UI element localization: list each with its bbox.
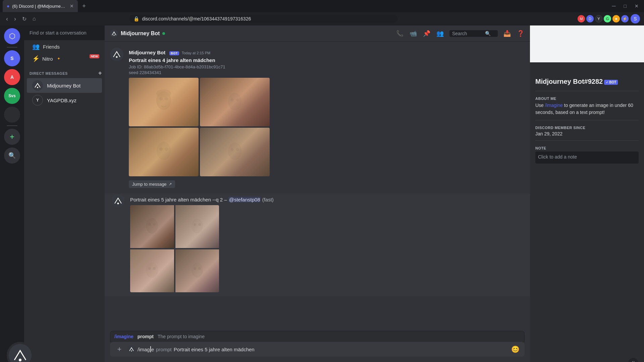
nitro-icon: ⚡ [32, 55, 40, 62]
header-actions: 📞 📹 📌 👥 🔍 📥 ❓ [396, 29, 525, 38]
svg-point-9 [156, 89, 171, 98]
bot-avatar-msg1 [110, 48, 123, 61]
message-group-2: Portrait eines 5 jahre alten mädchen --q… [105, 193, 530, 296]
msg1-content-title: Portrait eines 4 jahre alten mädchen [129, 57, 525, 64]
note-section: NOTE Click to add a note [535, 146, 639, 164]
autocomplete-command: /imagine [114, 334, 133, 339]
imagine-command-link[interactable]: /imagine [545, 103, 563, 108]
msg2-img-4[interactable] [175, 249, 219, 292]
msg1-img-1[interactable] [129, 78, 199, 126]
note-title: NOTE [535, 146, 639, 150]
svg-point-30 [192, 263, 203, 278]
maximize-button[interactable]: □ [621, 2, 629, 10]
msg2-speed: (fast) [262, 197, 274, 202]
home-button[interactable]: ⌂ [31, 15, 38, 22]
command-display: /imag [138, 347, 150, 352]
inbox-icon[interactable]: 📥 [503, 29, 511, 38]
add-server-button[interactable]: + [4, 129, 20, 145]
dm-search-input[interactable] [27, 29, 102, 37]
server-icon-user[interactable]: S [4, 50, 20, 66]
msg1-seed: seed 228434341 [129, 70, 525, 75]
discord-home-button[interactable]: ⬡ [4, 28, 20, 44]
bot-badge-1: BOT [169, 51, 179, 55]
new-tab-button[interactable]: + [79, 1, 89, 11]
emoji-button[interactable]: 😊 [510, 344, 521, 355]
msg1-author: Midjourney Bot [129, 50, 165, 55]
svg-point-1 [37, 87, 38, 88]
svg-point-8 [165, 97, 168, 101]
svg-point-26 [198, 223, 201, 226]
msg2-img-1[interactable] [130, 205, 174, 248]
msg1-img-3[interactable] [129, 128, 199, 176]
friends-label: Friends [43, 44, 60, 50]
dm-item-midjourney[interactable]: Midjourney Bot [27, 78, 102, 93]
header-bot-avatar [110, 29, 118, 38]
new-dm-button[interactable]: + [98, 70, 102, 77]
svg-point-31 [194, 267, 196, 270]
attach-button[interactable]: + [114, 344, 125, 355]
member-since-section: DISCORD MEMBER SINCE Jan 29, 2022 [535, 126, 639, 136]
minimize-button[interactable]: ─ [609, 2, 618, 10]
msg2-command: --q 2 [212, 197, 223, 202]
svg-point-34 [131, 351, 132, 352]
panel-divider-1 [535, 91, 639, 91]
tab-close[interactable]: ✕ [70, 3, 74, 9]
help-icon[interactable]: ❓ [517, 29, 525, 38]
reload-button[interactable]: ↻ [20, 15, 29, 23]
server-icon-img[interactable] [4, 107, 20, 123]
command-suffix: e [151, 347, 154, 352]
server-icon-red[interactable]: A [4, 69, 20, 85]
svg-point-28 [148, 267, 151, 270]
messages-area[interactable]: Midjourney Bot BOT Today at 2:15 PM Port… [105, 42, 530, 328]
svg-point-17 [231, 148, 234, 151]
tab-title: (6) Discord | @Midjourney Bot [12, 4, 66, 9]
right-panel: ⟨⟩ Midjourney Bot#9282 ✓ BOT ABOUT ME Us… [530, 25, 644, 362]
msg1-job-id: Job ID: 88ab3d5b-f701-4bce-8d4a-b2031bc9… [129, 64, 525, 69]
server-icon-svs[interactable]: Svs [4, 88, 20, 104]
note-placeholder: Click to add a note [538, 154, 577, 160]
explore-button[interactable]: 🔍 [4, 147, 20, 164]
search-icon: 🔍 [485, 31, 491, 36]
panel-bot-badge: ✓ BOT [604, 80, 618, 85]
command-cursor [150, 346, 151, 352]
msg1-img-2[interactable] [200, 78, 270, 126]
back-button[interactable]: ‹ [4, 15, 10, 23]
new-badge: NEW [90, 54, 99, 58]
dm-midjourney-name: Midjourney Bot [47, 83, 80, 88]
svg-point-27 [146, 262, 158, 278]
input-bot-avatar [127, 345, 136, 353]
prompt-word: prompt [156, 347, 172, 352]
jump-to-message-button[interactable]: Jump to message ↗ [129, 180, 175, 188]
profile-icon[interactable]: S [631, 14, 640, 23]
msg2-content: Portrait eines 5 jahre alten mädchen --q… [130, 196, 525, 203]
video-icon[interactable]: 📹 [409, 29, 417, 38]
forward-button[interactable]: › [12, 15, 18, 23]
discord-favicon: ● [7, 3, 9, 9]
svg-point-4 [110, 48, 123, 61]
msg2-img-2[interactable] [175, 205, 219, 248]
panel-divider-2 [535, 120, 639, 120]
svg-point-25 [194, 223, 196, 226]
friends-nav-item[interactable]: 👥 Friends [27, 40, 102, 53]
member-list-icon[interactable]: 👥 [436, 29, 444, 38]
note-field[interactable]: Click to add a note [535, 152, 639, 164]
panel-banner [530, 25, 644, 62]
main-chat-area: Midjourney Bot 📞 📹 📌 👥 🔍 📥 ❓ [105, 25, 530, 362]
svg-point-12 [236, 98, 239, 101]
dm-item-yagpdb[interactable]: Y YAGPDB.xyz [27, 93, 102, 108]
pin-icon[interactable]: 📌 [423, 29, 431, 38]
panel-username-row: Midjourney Bot#9282 ✓ BOT [535, 78, 639, 87]
search-input[interactable] [452, 31, 482, 36]
panel-body: Midjourney Bot#9282 ✓ BOT ABOUT ME Use /… [530, 62, 644, 169]
msg2-img-3[interactable] [130, 249, 174, 292]
midjourney-avatar [32, 80, 43, 91]
about-me-section: ABOUT ME Use /imagine to generate an ima… [535, 97, 639, 116]
sidebar-separator-2 [7, 125, 17, 126]
panel-action-code[interactable]: ⟨⟩ [628, 358, 639, 362]
url-bar[interactable]: discord.com/channels/@me/106344374919731… [142, 16, 251, 21]
call-icon[interactable]: 📞 [396, 29, 404, 38]
close-button[interactable]: ✕ [632, 2, 641, 10]
msg1-img-4[interactable] [200, 128, 270, 176]
msg1-image-grid [129, 78, 270, 176]
nitro-nav-item[interactable]: ⚡ Nitro NEW ✦ [27, 53, 102, 64]
